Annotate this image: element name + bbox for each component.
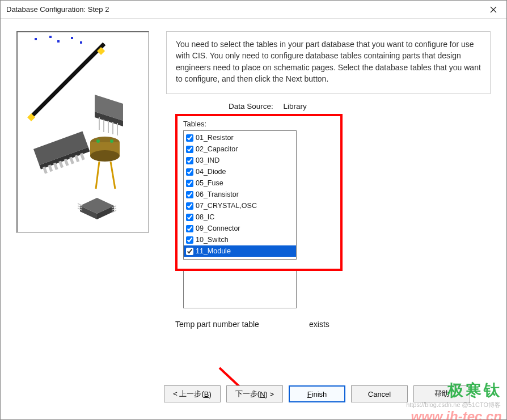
table-label: 10_Switch <box>196 236 229 244</box>
titlebar: Database Configuration: Step 2 <box>1 1 506 19</box>
cancel-button[interactable]: Cancel <box>351 385 408 402</box>
svg-rect-5 <box>31 43 105 117</box>
table-label: 09_Connector <box>196 224 240 232</box>
table-label: 06_Transistor <box>196 190 239 198</box>
table-checkbox[interactable] <box>186 236 193 244</box>
table-checkbox[interactable] <box>186 191 193 198</box>
svg-rect-25 <box>48 164 53 172</box>
table-checkbox[interactable] <box>186 146 193 153</box>
table-checkbox[interactable] <box>186 157 193 164</box>
svg-point-17 <box>90 150 120 162</box>
table-label: 04_Diode <box>196 168 226 176</box>
table-row[interactable]: 06_Transistor <box>184 189 296 200</box>
wizard-button-row: < 上一步(B) 下一步(N) > Finish Cancel 帮助 <box>1 385 506 402</box>
table-row[interactable]: 01_Resistor <box>184 132 296 143</box>
svg-line-35 <box>78 203 82 206</box>
table-label: 11_Module <box>196 247 231 255</box>
svg-rect-4 <box>80 41 82 44</box>
svg-line-20 <box>96 162 99 189</box>
svg-point-19 <box>110 139 113 143</box>
svg-rect-24 <box>43 167 48 174</box>
svg-rect-29 <box>69 157 74 164</box>
tables-highlight-box: Tables: 01_Resistor02_Capacitor03_IND04_… <box>175 114 343 271</box>
watermark-gray: https://blog.csdn.ne @51CTO博客 <box>406 401 501 409</box>
svg-rect-27 <box>58 160 64 168</box>
table-checkbox[interactable] <box>186 168 193 176</box>
svg-rect-30 <box>74 155 79 162</box>
table-row[interactable]: 09_Connector <box>184 223 296 234</box>
svg-rect-0 <box>35 38 37 40</box>
svg-rect-26 <box>53 163 58 170</box>
table-row[interactable]: 04_Diode <box>184 166 296 177</box>
svg-rect-28 <box>64 159 69 166</box>
table-row[interactable]: 11_Module <box>184 245 296 257</box>
table-row[interactable]: 03_IND <box>184 155 296 166</box>
table-label: 03_IND <box>196 156 219 164</box>
table-checkbox[interactable] <box>186 180 193 187</box>
data-source-value: Library <box>284 102 307 111</box>
back-button[interactable]: < 上一步(B) <box>164 385 221 402</box>
table-row[interactable]: 08_IC <box>184 211 296 223</box>
temp-table-value: exists <box>309 320 329 329</box>
components-illustration-icon <box>18 32 149 233</box>
instruction-text: You need to select the tables in your pa… <box>166 31 491 94</box>
svg-rect-1 <box>49 36 52 38</box>
table-checkbox[interactable] <box>186 202 193 210</box>
tables-label: Tables: <box>183 120 338 128</box>
table-label: 05_Fuse <box>196 179 223 187</box>
close-button[interactable] <box>480 1 506 19</box>
finish-button[interactable]: Finish <box>289 385 345 402</box>
next-button[interactable]: 下一步(N) > <box>226 385 283 402</box>
table-checkbox[interactable] <box>186 214 193 221</box>
table-label: 07_CRYSTAL,OSC <box>196 202 257 210</box>
watermark-green: 极寒钛 <box>447 380 502 401</box>
svg-line-21 <box>111 162 115 189</box>
svg-point-18 <box>96 139 100 143</box>
svg-rect-31 <box>80 153 85 160</box>
table-row[interactable]: 02_Capacitor <box>184 143 296 155</box>
table-row[interactable]: 05_Fuse <box>184 177 296 189</box>
temp-table-row: Temp part number table exists <box>175 320 491 329</box>
table-checkbox[interactable] <box>186 134 193 142</box>
close-icon <box>490 6 497 13</box>
table-row[interactable]: 10_Switch <box>184 234 296 245</box>
table-label: 02_Capacitor <box>196 145 238 153</box>
table-checkbox[interactable] <box>186 248 193 255</box>
table-checkbox[interactable] <box>186 225 193 232</box>
table-row[interactable]: 07_CRYSTAL,OSC <box>184 200 296 211</box>
watermark-red: www.jh-tec.cn <box>411 409 502 420</box>
svg-rect-2 <box>57 40 60 43</box>
illustration <box>16 31 149 233</box>
table-label: 01_Resistor <box>196 134 234 142</box>
window-title: Database Configuration: Step 2 <box>6 5 109 14</box>
data-source-row: Data Source: Library <box>166 102 491 111</box>
tables-list-empty-area <box>183 271 297 308</box>
temp-table-label: Temp part number table <box>175 320 294 329</box>
dialog-body: You need to select the tables in your pa… <box>1 19 506 419</box>
svg-rect-3 <box>71 37 73 39</box>
tables-listbox[interactable]: 01_Resistor02_Capacitor03_IND04_Diode05_… <box>183 130 297 260</box>
table-label: 08_IC <box>196 213 214 221</box>
dialog-window: Database Configuration: Step 2 <box>0 0 507 420</box>
data-source-label: Data Source: <box>229 102 273 111</box>
